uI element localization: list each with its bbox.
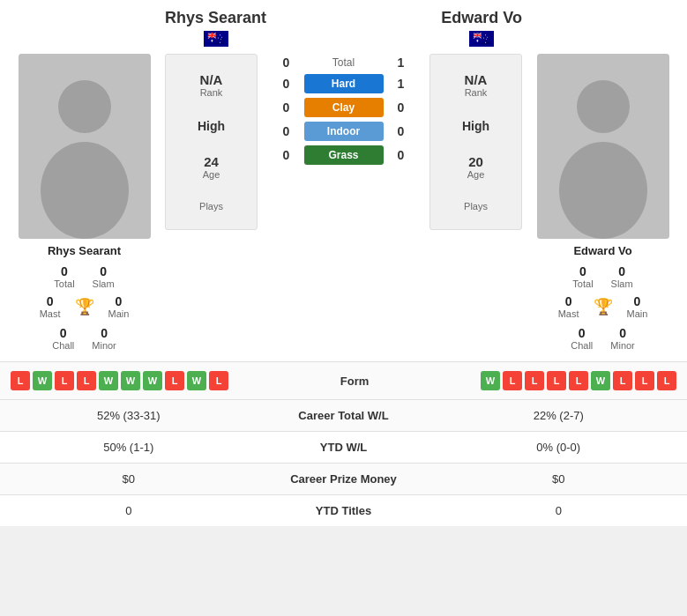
p2-mast-val: 0: [565, 294, 572, 308]
p1-mast-val: 0: [47, 294, 54, 308]
p2-form-badge: L: [613, 371, 632, 390]
p2-slam-stat: 0 Slam: [611, 264, 633, 289]
p1-prize: $0: [11, 472, 247, 486]
p1-form-badge: W: [121, 371, 140, 390]
career-wl-label: Career Total W/L: [247, 409, 441, 422]
p1-form-badge: L: [11, 371, 30, 390]
indoor-badge: Indoor: [304, 122, 384, 141]
p2-name-below-avatar: Edward Vo: [573, 244, 631, 257]
names-header-row: Rhys Searant Edward Vo: [0, 0, 687, 47]
p2-column: Edward Vo 0 Total 0 Slam 0 Mast 🏆 0: [526, 54, 680, 351]
p2-hard-score: 1: [389, 77, 414, 91]
career-wl-row: 52% (33-31) Career Total W/L 22% (2-7): [0, 400, 687, 431]
p2-rank-block: N/A Rank: [465, 72, 488, 98]
p2-age-val: 20: [468, 154, 483, 169]
p1-mast-lbl: Mast: [40, 308, 61, 319]
p2-slam-val: 0: [618, 264, 625, 278]
p2-form-badge: W: [481, 371, 500, 390]
p2-indoor-score: 0: [389, 124, 414, 138]
p1-slam-lbl: Slam: [93, 278, 115, 289]
p1-form-badges: LWLLWWWLWL: [11, 371, 228, 390]
p2-info-panel: N/A Rank High 20 Age Plays: [429, 54, 522, 230]
p1-age-block: 24 Age: [203, 154, 220, 180]
ytd-titles-label: YTD Titles: [247, 504, 441, 517]
p1-main-lbl: Main: [108, 308, 130, 319]
p1-slam-stat: 0 Slam: [93, 264, 115, 289]
ytd-wl-row: 50% (1-1) YTD W/L 0% (0-0): [0, 432, 687, 463]
p1-total-lbl: Total: [54, 278, 74, 289]
p2-total-score: 1: [389, 56, 414, 70]
p2-form-badge: L: [569, 371, 588, 390]
p1-name-flag: Rhys Searant: [165, 9, 266, 47]
score-total-row: 0 Total 1: [263, 56, 424, 70]
hard-badge: Hard: [304, 74, 384, 93]
form-row: LWLLWWWLWL Form WLLLLWLLL: [0, 362, 687, 399]
p1-form-badge: W: [187, 371, 206, 390]
p1-rank-lbl: Rank: [200, 87, 223, 98]
p1-career-wl: 52% (33-31): [11, 409, 247, 422]
svg-point-1: [58, 80, 111, 133]
p2-age-block: 20 Age: [467, 154, 485, 180]
p2-grass-score: 0: [389, 148, 414, 162]
svg-point-5: [559, 142, 647, 239]
p2-ytd-titles: 0: [441, 504, 677, 517]
p1-stats-row1: 0 Total 0 Slam: [54, 264, 114, 289]
p1-plays-block: Plays: [199, 201, 223, 212]
p1-name-below-avatar: Rhys Searant: [48, 244, 121, 257]
p1-level-block: High: [198, 119, 225, 133]
p2-level-block: High: [462, 119, 489, 133]
p2-total-stat: 0 Total: [572, 264, 593, 289]
score-hard-row: 0 Hard 1: [263, 74, 424, 93]
p1-form-badge: L: [209, 371, 228, 390]
p1-main-stat: 0 Main: [108, 294, 130, 319]
p2-flag: [469, 31, 494, 47]
score-grass-row: 0 Grass 0: [263, 145, 424, 165]
p2-prize: $0: [441, 472, 677, 486]
p1-column: Rhys Searant 0 Total 0 Slam 0 Mast 🏆: [7, 54, 161, 351]
p2-stats-row1: 0 Total 0 Slam: [572, 264, 632, 289]
p1-level-val: High: [198, 119, 225, 133]
p1-form-badge: W: [143, 371, 162, 390]
p2-minor-val: 0: [619, 326, 626, 340]
p2-career-wl: 22% (2-7): [441, 409, 677, 422]
p2-main-val: 0: [634, 294, 641, 308]
p1-total-score: 0: [274, 56, 299, 70]
center-body: N/A Rank High 24 Age Plays 0: [165, 54, 522, 230]
p2-form-badges: WLLLLWLLL: [481, 371, 676, 390]
trophy-icon-p1: 🏆: [75, 297, 94, 316]
prize-label: Career Prize Money: [247, 472, 441, 486]
svg-point-4: [577, 80, 630, 133]
p2-form-badge: W: [591, 371, 610, 390]
p2-chall-val: 0: [579, 326, 586, 340]
p1-slam-val: 0: [100, 264, 107, 278]
p2-slam-lbl: Slam: [611, 278, 633, 289]
p1-ytd-wl: 50% (1-1): [11, 441, 247, 454]
p2-age-lbl: Age: [467, 169, 485, 180]
p1-form-badge: W: [99, 371, 118, 390]
p2-main-lbl: Main: [627, 308, 648, 319]
p2-stats-row2: 0 Mast 🏆 0 Main: [558, 294, 648, 319]
p2-name: Edward Vo: [441, 9, 522, 27]
p2-main-stat: 0 Main: [627, 294, 648, 319]
p1-name: Rhys Searant: [165, 9, 266, 27]
p1-hard-score: 0: [274, 77, 299, 91]
p2-clay-score: 0: [389, 100, 414, 115]
p1-info-panel: N/A Rank High 24 Age Plays: [165, 54, 258, 230]
ytd-wl-label: YTD W/L: [247, 441, 441, 454]
p1-total-stat: 0 Total: [54, 264, 74, 289]
p1-total-val: 0: [61, 264, 68, 278]
body-row: Rhys Searant 0 Total 0 Slam 0 Mast 🏆: [0, 47, 687, 361]
p1-main-val: 0: [116, 294, 123, 308]
p1-ytd-titles: 0: [11, 504, 247, 517]
p1-rank-val: N/A: [200, 72, 223, 87]
p2-form-badge: L: [635, 371, 654, 390]
p2-total-val: 0: [579, 264, 586, 278]
p2-total-lbl: Total: [572, 278, 593, 289]
p1-stats-row2: 0 Mast 🏆 0 Main: [40, 294, 130, 319]
p1-form-badge: L: [165, 371, 184, 390]
p2-form-badge: L: [547, 371, 566, 390]
p2-stats-row3: 0 Chall 0 Minor: [571, 326, 635, 351]
p1-form-badge: L: [77, 371, 96, 390]
p1-clay-score: 0: [274, 100, 299, 115]
p2-form-badge: L: [503, 371, 522, 390]
